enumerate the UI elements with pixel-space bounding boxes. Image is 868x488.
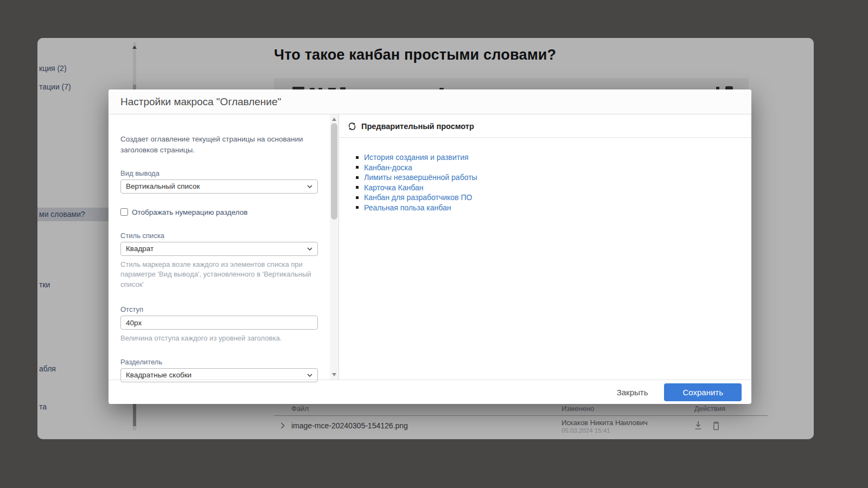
dialog-footer: Закрыть Сохранить: [108, 380, 751, 404]
indent-input[interactable]: [120, 316, 318, 330]
list-style-help: Стиль маркера возле каждого из элементов…: [120, 260, 318, 291]
preview-title: Предварительный просмотр: [361, 122, 474, 131]
square-bullet: [356, 166, 359, 169]
toc-link[interactable]: Карточка Канбан: [364, 183, 423, 192]
separator-label: Разделитель: [120, 358, 318, 366]
refresh-icon[interactable]: [348, 122, 356, 131]
close-button[interactable]: Закрыть: [617, 388, 648, 397]
indent-label: Отступ: [120, 305, 318, 313]
preview-pane: Предварительный просмотр История создани…: [339, 114, 751, 380]
macro-settings-dialog: Настройки макроса "Оглавление" Создает о…: [108, 89, 751, 404]
save-button[interactable]: Сохранить: [664, 383, 742, 401]
macro-settings-form: Создает оглавление текущей страницы на о…: [108, 114, 330, 380]
square-bullet: [356, 186, 359, 189]
square-bullet: [356, 206, 359, 209]
list-style-select[interactable]: Квадрат: [120, 242, 318, 256]
numbering-checkbox-label: Отображать нумерацию разделов: [132, 208, 247, 216]
form-scrollbar[interactable]: [330, 114, 339, 380]
square-bullet: [356, 176, 359, 179]
separator-value: Квадратные скобки: [126, 371, 192, 379]
indent-help: Величина отступа каждого из уровней заго…: [120, 333, 318, 344]
output-type-select[interactable]: Вертикальный список: [120, 179, 318, 194]
toc-link[interactable]: Лимиты незавершённой работы: [364, 173, 477, 182]
numbering-checkbox[interactable]: [120, 208, 128, 216]
dialog-title: Настройки макроса "Оглавление": [108, 89, 751, 114]
output-type-value: Вертикальный список: [126, 182, 200, 190]
list-style-label: Стиль списка: [120, 232, 318, 240]
toc-link[interactable]: Канбан для разработчиков ПО: [364, 193, 472, 202]
toc-link[interactable]: Реальная польза канбан: [364, 203, 451, 212]
chevron-down-icon: [307, 247, 312, 251]
preview-toc-list: История создания и развития Канбан-доска…: [339, 138, 751, 213]
macro-description: Создает оглавление текущей страницы на о…: [120, 134, 318, 156]
scroll-up-icon[interactable]: [332, 118, 336, 121]
chevron-down-icon: [307, 185, 312, 188]
list-style-value: Квадрат: [126, 245, 154, 253]
square-bullet: [356, 156, 359, 159]
output-type-label: Вид вывода: [120, 169, 318, 177]
toc-link[interactable]: История создания и развития: [364, 153, 469, 162]
numbering-checkbox-row[interactable]: Отображать нумерацию разделов: [120, 208, 318, 216]
form-scrollbar-thumb[interactable]: [331, 123, 337, 220]
scroll-down-icon[interactable]: [332, 373, 336, 376]
toc-link[interactable]: Канбан-доска: [364, 163, 412, 172]
chevron-down-icon: [307, 374, 312, 377]
square-bullet: [356, 196, 359, 199]
